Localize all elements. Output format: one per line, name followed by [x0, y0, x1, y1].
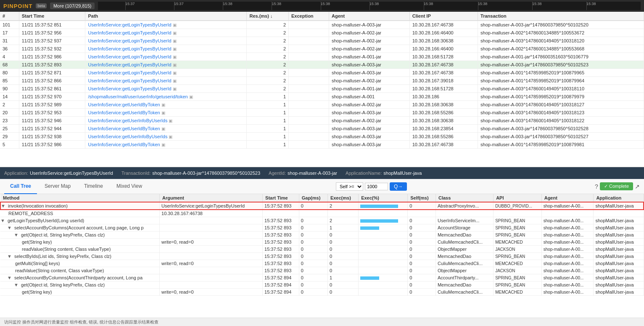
- expand-icon[interactable]: ▼: [7, 225, 12, 230]
- tab-calltree[interactable]: Call Tree: [4, 179, 37, 194]
- table-row[interactable]: 20 11/21 15:37:52 953 UserInfoService:ge…: [0, 109, 644, 117]
- cell-start: 11/21 15:37:52 989: [19, 101, 85, 109]
- calltree-row[interactable]: readValue(String content, Class valueTyp…: [0, 246, 644, 253]
- search-button[interactable]: Q→: [390, 182, 407, 191]
- calltree-row[interactable]: ▼ getLoginTypesByUserId(Long userId) 15:…: [0, 217, 644, 224]
- ct-start-cell: 15:37:52 894: [263, 281, 299, 289]
- cell-path[interactable]: UserInfoService:getLoginTypesByUserId ▣: [85, 29, 247, 37]
- cell-path[interactable]: UserInfoService:getUserIdByToken ▣: [85, 125, 247, 133]
- tab-mixedview[interactable]: Mixed View: [111, 179, 148, 194]
- cell-path[interactable]: UserInfoService:getLoginTypesByUserId ▣: [85, 85, 247, 93]
- cell-exception: [289, 101, 329, 109]
- tab-timeline[interactable]: Timeline: [78, 179, 109, 194]
- refresh-button[interactable]: ↗: [635, 183, 640, 190]
- tl-tick-10: 15:38: [586, 2, 596, 6]
- ct-agent-cell: shop-malluser-A-00...: [541, 260, 594, 267]
- more-button[interactable]: More (107/29,815): [50, 3, 95, 9]
- expand-icon[interactable]: ▼: [7, 275, 12, 280]
- method-name: selectAccountByColumns(Account account, …: [14, 225, 144, 230]
- table-row[interactable]: 29 11/21 15:37:52 938 UserInfoService:ge…: [0, 133, 644, 141]
- table-row[interactable]: 68 11/21 15:37:52 893 UserInfoService:ge…: [0, 61, 644, 69]
- calltree-row[interactable]: readValue(String content, Class valueTyp…: [0, 267, 644, 274]
- cell-id: 23: [0, 117, 19, 125]
- calltree-row[interactable]: ▼ get(Object id, String keyPrefix, Class…: [0, 231, 644, 239]
- calltree-row[interactable]: get(String key) write=0, read=0 15:37:52…: [0, 239, 644, 246]
- cell-path[interactable]: UserInfoService:getLoginTypesByUserId ▣: [85, 45, 247, 53]
- ct-arg-cell: 10.30.28.167:46738: [160, 210, 263, 217]
- cell-ip: 10.30.28.168:51728: [409, 53, 478, 61]
- cell-path[interactable]: UserInfoService:getLoginTypesByUserId ▣: [85, 21, 247, 29]
- cell-path[interactable]: UserInfoService:getUserIdByToken ▣: [85, 101, 247, 109]
- table-row[interactable]: 14 11/21 15:37:52 970 /shopmalluser/mall…: [0, 93, 644, 101]
- expand-icon[interactable]: ▼: [7, 254, 12, 259]
- table-row[interactable]: 85 11/21 15:37:52 866 UserInfoService:ge…: [0, 77, 644, 85]
- cell-ip: 10.30.28.167:46738: [409, 141, 478, 149]
- cell-id: 20: [0, 109, 19, 117]
- ct-method-cell: REMOTE_ADDRESS: [0, 210, 160, 217]
- cell-path[interactable]: UserInfoService:getUserIdByToken ▣: [85, 109, 247, 117]
- calltree-row[interactable]: getMulti(String[] keys) write=0, read=0 …: [0, 260, 644, 267]
- cell-path[interactable]: UserInfoService:getLoginTypesByUserId ▣: [85, 37, 247, 45]
- ct-arg-cell: [160, 253, 263, 260]
- ct-col-application: Application: [594, 194, 644, 202]
- cell-res: 1: [247, 133, 289, 141]
- help-button[interactable]: ?: [595, 183, 598, 190]
- cell-path[interactable]: UserInfoService:getLoginTypesByUserId ▣: [85, 77, 247, 85]
- cell-agent: shop-malluser-A-002-jar: [329, 29, 410, 37]
- complete-button[interactable]: ✓ Complete: [600, 182, 633, 190]
- ct-self-cell: 0: [408, 246, 436, 253]
- self-select[interactable]: Self >=: [336, 182, 363, 191]
- table-row[interactable]: 25 11/21 15:37:52 944 UserInfoService:ge…: [0, 125, 644, 133]
- table-row[interactable]: 36 11/21 15:37:52 932 UserInfoService:ge…: [0, 45, 644, 53]
- table-row[interactable]: 23 11/21 15:37:52 946 UserInfoService:ge…: [0, 117, 644, 125]
- cell-path[interactable]: UserInfoService:getLoginTypesByUserId ▣: [85, 69, 247, 77]
- ct-arg-cell: write=0, read=0: [160, 260, 263, 267]
- cell-start: 11/21 15:37:52 851: [19, 21, 85, 29]
- table-row[interactable]: 17 11/21 15:37:52 956 UserInfoService:ge…: [0, 29, 644, 37]
- cell-transaction: shop-malluser-A-001-jar^1478600351603^50…: [478, 53, 644, 61]
- table-row[interactable]: 4 11/21 15:37:52 986 UserInfoService:get…: [0, 53, 644, 61]
- cell-exception: [289, 93, 329, 101]
- ct-pct-cell: [359, 289, 408, 296]
- exec-bar: [360, 219, 398, 223]
- status-bar: 访问监控 操作员对网进行质量监控 组件检查, 错误, 统计信息公告跟踪显示结果检…: [0, 318, 644, 326]
- cell-path[interactable]: UserInfoService:getUserInfoByUserIds ▣: [85, 117, 247, 125]
- tl-tick-4: 15:38: [272, 2, 281, 6]
- ct-arg-cell: [160, 224, 263, 231]
- expand-icon[interactable]: ▼: [1, 203, 5, 208]
- self-input[interactable]: [365, 183, 388, 190]
- table-row[interactable]: 101 11/21 15:37:52 851 UserInfoService:g…: [0, 21, 644, 29]
- cell-start: 11/21 15:37:52 986: [19, 141, 85, 149]
- cell-path[interactable]: /shopmalluser/mall/user/userInfo/getuser…: [85, 93, 247, 101]
- expand-icon[interactable]: ▼: [14, 232, 18, 237]
- calltree-row[interactable]: ▼ get(Object id, String keyPrefix, Class…: [0, 281, 644, 289]
- cell-agent: shop-malluser-A-003-jar: [329, 61, 410, 69]
- cell-agent: shop-malluser-A-003-jar: [329, 21, 410, 29]
- cell-path[interactable]: UserInfoService:getUserInfoByUserIds ▣: [85, 133, 247, 141]
- cell-path[interactable]: UserInfoService:getUserIdByToken ▣: [85, 141, 247, 149]
- tab-servermap[interactable]: Server Map: [39, 179, 77, 194]
- col-agent: Agent: [329, 12, 410, 21]
- tl-line-4: [272, 2, 272, 10]
- calltree-row[interactable]: ▼ selectAccountByColumns(Account account…: [0, 224, 644, 231]
- cell-transaction: shop-malluser-A-002^1478600134885^100553…: [478, 45, 644, 53]
- calltree-row[interactable]: ▼ invoke(Invocation invocation) UserInfo…: [0, 202, 644, 210]
- cell-transaction: shop-malluser-A-002^1478600134885^100553…: [478, 29, 644, 37]
- ct-pct-cell: [359, 239, 408, 246]
- table-row[interactable]: 31 11/21 15:37:52 937 UserInfoService:ge…: [0, 37, 644, 45]
- calltree-row[interactable]: ▼ selectAccountByColumns(AccountThirdpar…: [0, 274, 644, 281]
- calltree-row[interactable]: ▼ selectByIds(List ids, String keyPrefix…: [0, 253, 644, 260]
- expand-icon[interactable]: ▼: [14, 282, 18, 287]
- table-row[interactable]: 80 11/21 15:37:52 871 UserInfoService:ge…: [0, 69, 644, 77]
- cell-path[interactable]: UserInfoService:getLoginTypesByUserId ▣: [85, 53, 247, 61]
- table-row[interactable]: 5 11/21 15:37:52 986 UserInfoService:get…: [0, 141, 644, 149]
- table-row[interactable]: 90 11/21 15:37:52 861 UserInfoService:ge…: [0, 85, 644, 93]
- ct-app-cell: shopMallUser-java: [594, 274, 644, 281]
- method-name: get(String key): [22, 289, 52, 294]
- ct-col-gap: Gap(ms): [299, 194, 327, 202]
- expand-icon[interactable]: ▼: [0, 218, 5, 223]
- table-row[interactable]: 2 11/21 15:37:52 989 UserInfoService:get…: [0, 101, 644, 109]
- ct-method-cell: ▼ get(Object id, String keyPrefix, Class…: [0, 231, 160, 239]
- calltree-row[interactable]: get(String key) write=0, read=0 15:37:52…: [0, 289, 644, 296]
- cell-path[interactable]: UserInfoService:getLoginTypesByUserId ▣: [85, 61, 247, 69]
